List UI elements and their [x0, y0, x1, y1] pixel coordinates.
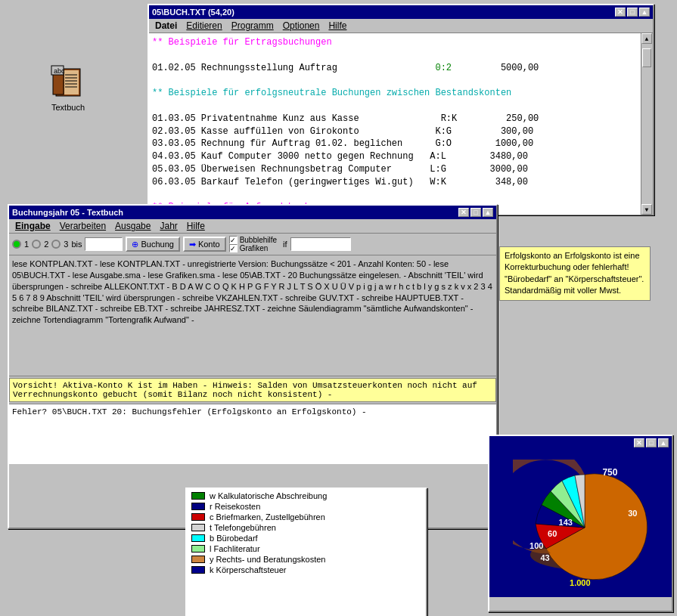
- legend-color-0: [191, 492, 205, 500]
- legend-color-4: [191, 534, 205, 542]
- bubblehilfe-label: Bubblehilfe: [240, 236, 277, 244]
- buch-toolbar: 1 2 3 bis ⊕ Buchung ➡ Konto ✓ Bubblehilf…: [9, 234, 496, 255]
- konto-btn[interactable]: ➡ Konto: [183, 237, 226, 252]
- radio-label-2: 2: [44, 240, 48, 249]
- pie-label-100: 100: [529, 541, 543, 550]
- textbuch-svg: abc: [50, 64, 86, 101]
- pie-label-30: 30: [628, 509, 637, 518]
- text-line-12: 06.03.05 Barkauf Telefon (geringwertiges…: [152, 176, 650, 189]
- log-area: lese KONTPLAN.TXT - lese KONTPLAN.TXT - …: [9, 255, 496, 376]
- menu-ausgabe[interactable]: Ausgabe: [110, 220, 155, 232]
- svg-text:abc: abc: [54, 67, 65, 75]
- buch-title-bar: Buchungsjahr 05 - Textbuch ✕ □ ▲: [9, 206, 496, 219]
- text-line-10: 04.03.05 Kauf Computer 3000 netto gegen …: [152, 150, 650, 163]
- buch-window: Buchungsjahr 05 - Textbuch ✕ □ ▲ Eingabe…: [8, 204, 498, 529]
- menu-hilfe[interactable]: Hilfe: [324, 20, 351, 32]
- warning-box: Vorsicht! Aktiva-Konto K ist im Haben - …: [9, 378, 496, 402]
- main-menu-bar: Datei Editieren Programm Optionen Hilfe: [149, 19, 653, 33]
- sidebar: abc Textbuch: [8, 4, 129, 200]
- text-line-6: [152, 100, 650, 113]
- scrollbar-up-arrow[interactable]: ▲: [641, 33, 652, 44]
- buch-window-btns: ✕ □ ▲: [458, 208, 493, 217]
- text-line-5: ** Beispiele für erfolgsneutrale Buchung…: [152, 87, 650, 100]
- radio-2[interactable]: [32, 240, 41, 249]
- pie-title-bar: ✕ □ ▲: [489, 436, 672, 450]
- menu-hilfe2[interactable]: Hilfe: [182, 220, 210, 232]
- grafiken-checkbox[interactable]: ✓: [229, 244, 238, 252]
- grafiken-item[interactable]: ✓ Grafiken: [229, 244, 277, 252]
- legend-item-6: y Rechts- und Beratungskosten: [188, 554, 424, 565]
- bubblehilfe-checkbox[interactable]: ✓: [229, 236, 238, 244]
- buchung-btn[interactable]: ⊕ Buchung: [126, 237, 179, 252]
- close-btn-buch[interactable]: ✕: [458, 208, 469, 217]
- menu-datei[interactable]: Datei: [151, 20, 182, 32]
- bis-input[interactable]: [85, 237, 123, 251]
- restore-btn-pie[interactable]: □: [646, 438, 657, 447]
- pie-container: 750 143 60 100 43 30 1.000: [489, 450, 672, 597]
- sidebar-label: Textbuch: [51, 103, 85, 112]
- error-text: Fehler? 05\BUCH.TXT 20: Buchungsfehler (…: [12, 407, 493, 416]
- legend-item-0: w Kalkulatorische Abschreibung: [188, 491, 424, 501]
- legend-content: w Kalkulatorische Abschreibung r Reiseko…: [187, 489, 426, 616]
- legend-color-7: [191, 566, 205, 574]
- legend-item-1: r Reisekosten: [188, 501, 424, 512]
- menu-jahr[interactable]: Jahr: [155, 220, 182, 232]
- radio-label-1: 1: [24, 240, 29, 249]
- legend-label-0: w Kalkulatorische Abschreibung: [210, 491, 327, 500]
- buch-menu-bar: Eingabe Verarbeiten Ausgabe Jahr Hilfe: [9, 219, 496, 234]
- pie-label-60: 60: [548, 529, 557, 538]
- bubblehilfe-item[interactable]: ✓ Bubblehilfe: [229, 236, 277, 244]
- legend-label-6: y Rechts- und Beratungskosten: [210, 555, 325, 564]
- grafiken-label: Grafiken: [240, 244, 269, 252]
- textbuch-icon[interactable]: abc Textbuch: [8, 64, 129, 112]
- main-window-btns: ✕ □ ▲: [615, 8, 650, 17]
- legend-item-4: b Bürobedarf: [188, 533, 424, 543]
- text-line-2: [152, 49, 650, 62]
- legend-label-1: r Reisekosten: [210, 502, 260, 511]
- legend-label-7: k Körperschaftsteuer: [210, 565, 287, 574]
- legend-items-container: w Kalkulatorische Abschreibung r Reiseko…: [188, 491, 424, 575]
- radio-active[interactable]: [12, 240, 21, 249]
- legend-color-3: [191, 524, 205, 531]
- close-btn-main[interactable]: ✕: [615, 8, 626, 17]
- tooltip-text: Erfolgskonto an Erfolgskonto ist eine Ko…: [505, 251, 644, 295]
- menu-programm[interactable]: Programm: [227, 20, 278, 32]
- text-line-13: [152, 189, 650, 202]
- legend-label-2: c Briefmarken, Zustellgebühren: [210, 512, 325, 522]
- log-text: lese KONTPLAN.TXT - lese KONTPLAN.TXT - …: [12, 258, 493, 326]
- pie-label-143: 143: [559, 518, 573, 527]
- warning-text: Vorsicht! Aktiva-Konto K ist im Haben - …: [13, 381, 492, 399]
- scrollbar-thumb[interactable]: [642, 48, 651, 67]
- legend-item-3: t Telefongebühren: [188, 522, 424, 533]
- text-line-3: 01.02.05 Rechnungsstellung Auftrag 0:2 5…: [152, 62, 650, 75]
- if-input[interactable]: [290, 237, 351, 251]
- text-line-8: 02.03.05 Kasse auffüllen von Girokonto K…: [152, 125, 650, 138]
- legend-color-6: [191, 556, 205, 563]
- main-title-bar: 05\BUCH.TXT (54,20) ✕ □ ▲: [149, 5, 653, 19]
- maximize-btn-main[interactable]: ▲: [639, 8, 650, 17]
- legend-window: w Kalkulatorische Abschreibung r Reiseko…: [185, 488, 427, 616]
- pie-window: ✕ □ ▲: [488, 435, 673, 612]
- legend-color-1: [191, 503, 205, 510]
- maximize-btn-buch[interactable]: ▲: [483, 208, 493, 217]
- menu-optionen[interactable]: Optionen: [278, 20, 325, 32]
- legend-label-5: l Fachliteratur: [210, 544, 260, 553]
- main-scrollbar[interactable]: ▲ ▼: [641, 33, 653, 215]
- legend-label-3: t Telefongebühren: [210, 523, 276, 532]
- menu-verarbeiten[interactable]: Verarbeiten: [55, 220, 110, 232]
- scrollbar-down-arrow[interactable]: ▼: [641, 204, 652, 215]
- menu-eingabe[interactable]: Eingabe: [11, 220, 55, 232]
- legend-item-2: c Briefmarken, Zustellgebühren: [188, 512, 424, 522]
- close-btn-pie[interactable]: ✕: [634, 438, 644, 447]
- restore-btn-main[interactable]: □: [627, 8, 638, 17]
- bis-label: bis: [71, 240, 82, 249]
- legend-color-5: [191, 545, 205, 553]
- menu-editieren[interactable]: Editieren: [182, 20, 226, 32]
- radio-3[interactable]: [51, 240, 61, 249]
- maximize-btn-pie[interactable]: ▲: [658, 438, 669, 447]
- restore-btn-buch[interactable]: □: [470, 208, 481, 217]
- legend-item-7: k Körperschaftsteuer: [188, 565, 424, 575]
- text-line-1: ** Beispiele für Ertragsbuchungen: [152, 36, 650, 49]
- text-line-4: [152, 74, 650, 87]
- legend-color-2: [191, 513, 205, 521]
